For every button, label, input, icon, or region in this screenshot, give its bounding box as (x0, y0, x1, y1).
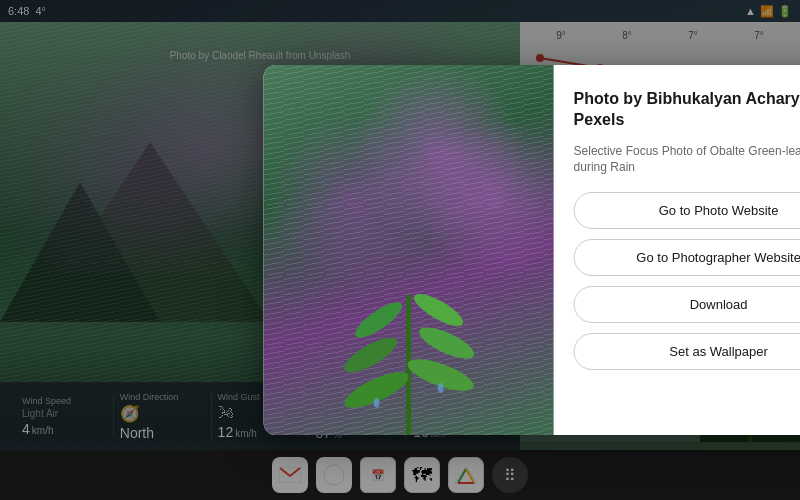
dialog-title: Photo by Bibhukalyan Acharya from Pexels (574, 89, 800, 131)
go-to-photographer-website-button[interactable]: Go to Photographer Website (574, 239, 800, 276)
dialog-plant-svg (339, 235, 479, 435)
download-button[interactable]: Download (574, 286, 800, 323)
dialog-photo-panel (264, 65, 554, 435)
photo-dialog: Photo by Bibhukalyan Acharya from Pexels… (264, 65, 800, 435)
svg-point-19 (374, 398, 380, 408)
dialog-content-panel: Photo by Bibhukalyan Acharya from Pexels… (554, 65, 800, 435)
dialog-plant (339, 235, 479, 435)
set-as-wallpaper-button[interactable]: Set as Wallpaper (574, 333, 800, 370)
dialog-description: Selective Focus Photo of Obalte Green-le… (574, 143, 800, 177)
svg-point-20 (438, 383, 444, 393)
go-to-photo-website-button[interactable]: Go to Photo Website (574, 192, 800, 229)
